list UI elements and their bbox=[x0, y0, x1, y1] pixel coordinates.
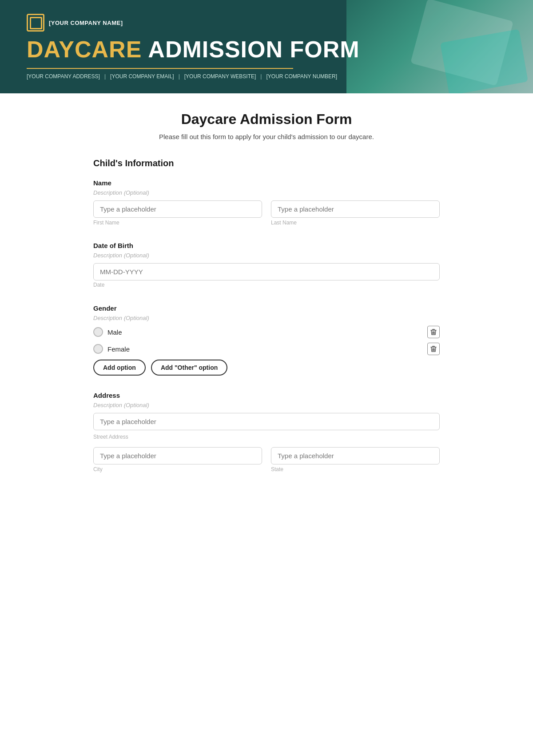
name-input-row: First Name Last Name bbox=[93, 200, 440, 226]
header-divider bbox=[27, 68, 293, 69]
delete-male-button[interactable] bbox=[427, 326, 440, 338]
contact-website: [YOUR COMPANY WEBSITE] bbox=[184, 73, 256, 80]
gender-btn-row: Add option Add "Other" option bbox=[93, 360, 440, 376]
dob-description: Description (Optional) bbox=[93, 252, 440, 259]
radio-male-label: Male bbox=[107, 328, 122, 336]
dob-field-group: Date of Birth Description (Optional) Dat… bbox=[93, 242, 440, 288]
name-field-group: Name Description (Optional) First Name L… bbox=[93, 179, 440, 226]
header-title: DAYCARE ADMISSION FORM bbox=[27, 36, 506, 63]
dob-input[interactable] bbox=[93, 263, 440, 280]
city-wrapper: City bbox=[93, 447, 262, 472]
name-description: Description (Optional) bbox=[93, 189, 440, 196]
contact-number: [YOUR COMPANY NUMBER] bbox=[266, 73, 337, 80]
page-header: [YOUR COMPANY NAME] DAYCARE ADMISSION FO… bbox=[0, 0, 533, 93]
dob-label: Date of Birth bbox=[93, 242, 440, 249]
contact-sep-1: | bbox=[104, 73, 106, 80]
radio-female-circle[interactable] bbox=[93, 344, 103, 354]
first-name-sublabel: First Name bbox=[93, 220, 262, 226]
state-sublabel: State bbox=[271, 466, 440, 472]
add-option-button[interactable]: Add option bbox=[93, 360, 146, 376]
form-subtitle: Please fill out this form to apply for y… bbox=[93, 133, 440, 140]
header-title-rest: ADMISSION FORM bbox=[148, 36, 359, 63]
gender-option-male-left: Male bbox=[93, 327, 122, 337]
gender-field-group: Gender Description (Optional) Male Femal… bbox=[93, 304, 440, 376]
section-children-title: Child's Information bbox=[93, 158, 440, 168]
contact-sep-3: | bbox=[260, 73, 262, 80]
form-main-title: Daycare Admission Form bbox=[93, 111, 440, 128]
last-name-input[interactable] bbox=[271, 200, 440, 218]
state-input[interactable] bbox=[271, 447, 440, 464]
contact-email: [YOUR COMPANY EMAIL] bbox=[110, 73, 174, 80]
street-address-sublabel: Street Address bbox=[93, 434, 440, 440]
first-name-wrapper: First Name bbox=[93, 200, 262, 226]
city-input[interactable] bbox=[93, 447, 262, 464]
name-label: Name bbox=[93, 179, 440, 187]
state-wrapper: State bbox=[271, 447, 440, 472]
address-field-group: Address Description (Optional) Street Ad… bbox=[93, 392, 440, 472]
company-name: [YOUR COMPANY NAME] bbox=[49, 20, 123, 26]
gender-option-male-row: Male bbox=[93, 326, 440, 338]
delete-female-button[interactable] bbox=[427, 343, 440, 355]
contact-sep-2: | bbox=[179, 73, 180, 80]
gender-option-female-left: Female bbox=[93, 344, 130, 354]
radio-male-circle[interactable] bbox=[93, 327, 103, 337]
contact-address: [YOUR COMPANY ADDRESS] bbox=[27, 73, 100, 80]
street-address-input[interactable] bbox=[93, 413, 440, 430]
header-title-daycare: DAYCARE bbox=[27, 36, 142, 63]
last-name-sublabel: Last Name bbox=[271, 220, 440, 226]
address-label: Address bbox=[93, 392, 440, 399]
city-sublabel: City bbox=[93, 466, 262, 472]
add-other-option-button[interactable]: Add "Other" option bbox=[151, 360, 227, 376]
last-name-wrapper: Last Name bbox=[271, 200, 440, 226]
gender-label: Gender bbox=[93, 304, 440, 312]
first-name-input[interactable] bbox=[93, 200, 262, 218]
city-state-row: City State bbox=[93, 447, 440, 472]
gender-description: Description (Optional) bbox=[93, 315, 440, 321]
address-description: Description (Optional) bbox=[93, 402, 440, 408]
header-contact: [YOUR COMPANY ADDRESS] | [YOUR COMPANY E… bbox=[27, 73, 506, 80]
form-area: Daycare Admission Form Please fill out t… bbox=[67, 93, 466, 515]
radio-female-label: Female bbox=[107, 345, 130, 353]
gender-option-female-row: Female bbox=[93, 343, 440, 355]
dob-sublabel: Date bbox=[93, 282, 104, 288]
company-logo-icon bbox=[27, 14, 44, 32]
